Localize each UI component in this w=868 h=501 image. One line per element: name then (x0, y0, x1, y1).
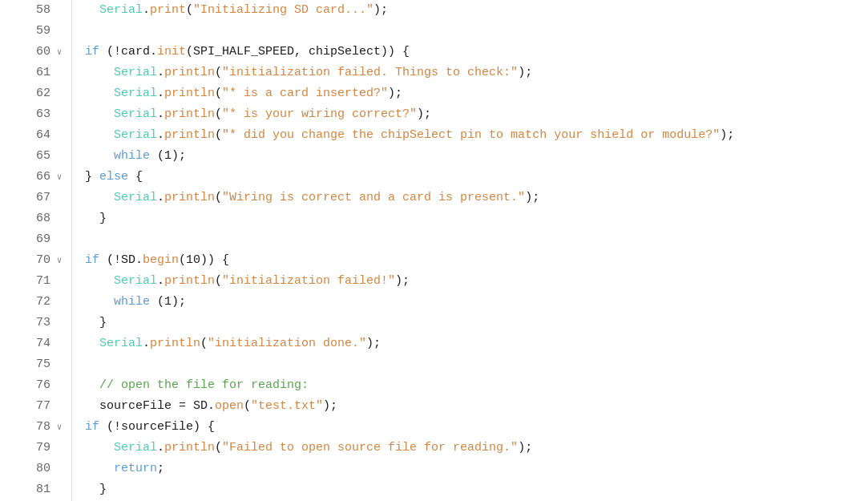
token-77-0: sourceFile = SD. (99, 396, 215, 417)
token-79-4: "Failed to open source file for reading.… (222, 438, 518, 459)
token-67-1: . (157, 188, 164, 208)
line-number-58: 58 (28, 0, 50, 21)
line-number-68: 68 (28, 208, 50, 229)
token-60-3: (SPI_HALF_SPEED, chipSelect)) { (186, 42, 410, 63)
token-61-3: ( (215, 63, 222, 83)
code-content-area: Serial.print("Initializing SD card...");… (72, 0, 868, 501)
code-line-69 (85, 229, 868, 250)
code-line-72: while (1); (85, 292, 868, 313)
line-number-76: 76 (28, 375, 50, 396)
token-77-2: ( (244, 396, 251, 417)
line-row-68: 68∨ (0, 208, 71, 229)
token-67-0: Serial (114, 188, 157, 208)
token-66-1: else (99, 167, 128, 188)
token-71-5: ); (395, 271, 410, 292)
token-78-1: (!sourceFile) { (99, 417, 215, 438)
line-row-73: 73∨ (0, 313, 71, 333)
token-72-0: while (114, 292, 150, 313)
token-63-2: println (164, 104, 215, 125)
token-71-0: Serial (114, 271, 157, 292)
fold-arrow-70[interactable]: ∨ (54, 250, 65, 271)
token-71-4: "initialization failed!" (222, 271, 395, 292)
token-80-0: return (114, 459, 157, 479)
token-74-3: ( (200, 333, 208, 354)
token-70-3: (10)) { (179, 250, 229, 271)
token-58-0: Serial (99, 0, 143, 21)
token-74-4: "initialization done." (208, 333, 366, 354)
token-60-1: (!card. (99, 42, 157, 63)
token-71-2: println (164, 271, 215, 292)
code-line-80: return; (85, 459, 868, 479)
line-number-61: 61 (28, 63, 50, 83)
token-67-5: ); (525, 188, 539, 208)
token-64-0: Serial (114, 125, 157, 146)
token-60-2: init (157, 42, 186, 63)
fold-arrow-78[interactable]: ∨ (54, 417, 65, 438)
fold-arrow-60[interactable]: ∨ (54, 42, 65, 63)
line-number-81: 81 (28, 479, 50, 500)
token-61-4: "initialization failed. Things to check:… (222, 63, 518, 83)
code-line-73: } (85, 313, 868, 333)
line-number-77: 77 (28, 396, 50, 417)
line-row-80: 80∨ (0, 459, 71, 479)
line-number-59: 59 (28, 21, 50, 42)
token-68-0: } (99, 208, 107, 229)
token-61-2: println (164, 63, 215, 83)
token-76-0: // open the file for reading: (99, 375, 309, 396)
line-number-gutter: 58∨59∨60∨61∨62∨63∨64∨65∨66∨67∨68∨69∨70∨7… (0, 0, 72, 501)
token-66-0: } (85, 167, 99, 188)
line-row-58: 58∨ (0, 0, 71, 21)
line-row-62: 62∨ (0, 83, 71, 104)
token-79-0: Serial (114, 438, 157, 459)
line-number-65: 65 (28, 146, 50, 167)
line-number-70: 70 (28, 250, 50, 271)
token-67-3: ( (215, 188, 222, 208)
token-71-1: . (157, 271, 164, 292)
line-row-65: 65∨ (0, 146, 71, 167)
token-58-2: print (150, 0, 186, 21)
token-61-5: ); (518, 63, 532, 83)
token-79-5: ); (518, 438, 532, 459)
code-line-78: if (!sourceFile) { (85, 417, 868, 438)
code-line-64: Serial.println("* did you change the chi… (85, 125, 868, 146)
line-row-67: 67∨ (0, 188, 71, 208)
token-70-2: begin (143, 250, 179, 271)
token-77-4: ); (323, 396, 337, 417)
code-editor: 58∨59∨60∨61∨62∨63∨64∨65∨66∨67∨68∨69∨70∨7… (0, 0, 868, 501)
code-line-62: Serial.println("* is a card inserted?"); (85, 83, 868, 104)
token-79-2: println (164, 438, 215, 459)
code-line-81: } (85, 479, 868, 500)
code-line-60: if (!card.init(SPI_HALF_SPEED, chipSelec… (85, 42, 868, 63)
token-63-0: Serial (114, 104, 157, 125)
fold-arrow-66[interactable]: ∨ (54, 167, 65, 188)
code-line-76: // open the file for reading: (85, 375, 868, 396)
line-number-67: 67 (28, 188, 50, 208)
line-row-74: 74∨ (0, 333, 71, 354)
token-65-0: while (114, 146, 150, 167)
token-62-1: . (157, 83, 164, 104)
line-number-71: 71 (28, 271, 50, 292)
token-79-3: ( (215, 438, 222, 459)
token-62-4: "* is a card inserted?" (222, 83, 388, 104)
token-73-0: } (99, 313, 107, 333)
code-line-74: Serial.println("initialization done."); (85, 333, 868, 354)
token-74-0: Serial (99, 333, 143, 354)
token-74-2: println (150, 333, 200, 354)
line-number-80: 80 (28, 459, 50, 479)
code-line-59 (85, 21, 868, 42)
line-row-77: 77∨ (0, 396, 71, 417)
code-line-75 (85, 354, 868, 375)
token-77-1: open (215, 396, 244, 417)
token-62-2: println (164, 83, 215, 104)
code-line-63: Serial.println("* is your wiring correct… (85, 104, 868, 125)
token-58-4: "Initializing SD card..." (193, 0, 373, 21)
token-74-5: ); (366, 333, 381, 354)
line-number-69: 69 (28, 229, 50, 250)
line-row-79: 79∨ (0, 438, 71, 459)
token-79-1: . (157, 438, 164, 459)
line-row-78: 78∨ (0, 417, 71, 438)
line-number-64: 64 (28, 125, 50, 146)
line-number-78: 78 (28, 417, 50, 438)
line-number-62: 62 (28, 83, 50, 104)
line-row-61: 61∨ (0, 63, 71, 83)
